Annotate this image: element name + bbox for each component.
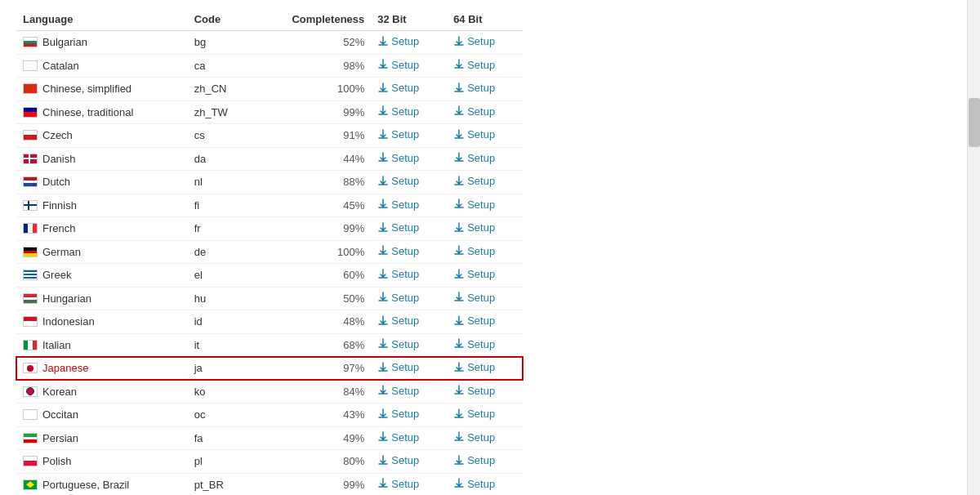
table-row: Danishda44% Setup Setup bbox=[16, 147, 523, 171]
download-icon bbox=[377, 152, 389, 163]
setup-link-32bit[interactable]: Setup bbox=[377, 292, 419, 304]
download-icon bbox=[453, 362, 465, 373]
setup-64bit: Setup bbox=[447, 264, 523, 288]
language-name: Danish bbox=[42, 153, 75, 165]
setup-link-32bit[interactable]: Setup bbox=[377, 245, 419, 257]
download-icon bbox=[377, 408, 389, 420]
setup-link-64bit[interactable]: Setup bbox=[453, 338, 495, 350]
setup-link-32bit[interactable]: Setup bbox=[377, 268, 419, 280]
setup-link-64bit[interactable]: Setup bbox=[453, 454, 495, 466]
completeness-value: 99% bbox=[252, 217, 371, 241]
completeness-value: 48% bbox=[252, 310, 371, 334]
setup-link-64bit[interactable]: Setup bbox=[453, 361, 495, 373]
language-cell: Chinese, simplified bbox=[16, 78, 188, 101]
table-row: Japaneseja97% Setup Setup bbox=[16, 357, 523, 381]
completeness-value: 84% bbox=[252, 380, 371, 404]
setup-link-32bit[interactable]: Setup bbox=[377, 175, 419, 187]
setup-link-64bit[interactable]: Setup bbox=[453, 478, 495, 490]
setup-link-64bit[interactable]: Setup bbox=[453, 314, 495, 327]
setup-label: Setup bbox=[467, 128, 495, 140]
flag-bg bbox=[23, 37, 38, 47]
setup-link-32bit[interactable]: Setup bbox=[377, 198, 419, 211]
flag-jp bbox=[23, 363, 38, 373]
language-cell: Hungarian bbox=[16, 287, 188, 310]
setup-link-64bit[interactable]: Setup bbox=[453, 408, 495, 420]
setup-link-64bit[interactable]: Setup bbox=[453, 245, 495, 257]
flag-fi bbox=[23, 200, 38, 211]
setup-link-32bit[interactable]: Setup bbox=[377, 128, 419, 140]
completeness-value: 91% bbox=[252, 124, 371, 148]
language-name: Catalan bbox=[42, 60, 79, 72]
flag-gr bbox=[23, 270, 38, 280]
table-row: Dutchnl88% Setup Setup bbox=[16, 171, 523, 194]
setup-label: Setup bbox=[391, 245, 419, 257]
setup-64bit: Setup bbox=[447, 380, 523, 404]
setup-link-64bit[interactable]: Setup bbox=[453, 385, 495, 397]
setup-link-32bit[interactable]: Setup bbox=[377, 35, 419, 47]
setup-link-32bit[interactable]: Setup bbox=[377, 221, 419, 234]
setup-32bit: Setup bbox=[371, 217, 447, 241]
language-name: Korean bbox=[42, 386, 77, 398]
setup-label: Setup bbox=[391, 478, 419, 490]
setup-link-64bit[interactable]: Setup bbox=[453, 128, 495, 140]
setup-label: Setup bbox=[391, 221, 419, 234]
setup-link-64bit[interactable]: Setup bbox=[453, 198, 495, 211]
col-completeness: Completeness bbox=[252, 8, 371, 31]
setup-link-32bit[interactable]: Setup bbox=[377, 314, 419, 327]
language-cell: French bbox=[16, 217, 188, 241]
setup-link-32bit[interactable]: Setup bbox=[377, 431, 419, 444]
table-row: Greekel60% Setup Setup bbox=[16, 264, 523, 288]
language-code: id bbox=[188, 310, 252, 334]
language-name: Polish bbox=[42, 455, 71, 467]
language-name: Italian bbox=[42, 339, 71, 351]
setup-link-64bit[interactable]: Setup bbox=[453, 221, 495, 234]
setup-link-64bit[interactable]: Setup bbox=[453, 152, 495, 164]
table-row: Polishpl80% Setup Setup bbox=[16, 450, 523, 474]
table-row: Bulgarianbg52% Setup Setup bbox=[16, 31, 523, 55]
setup-link-32bit[interactable]: Setup bbox=[377, 454, 419, 466]
scrollbar-thumb[interactable] bbox=[969, 98, 980, 147]
setup-link-32bit[interactable]: Setup bbox=[377, 478, 419, 490]
setup-32bit: Setup bbox=[371, 450, 447, 474]
setup-link-32bit[interactable]: Setup bbox=[377, 385, 419, 397]
scrollbar[interactable] bbox=[967, 0, 980, 495]
setup-64bit: Setup bbox=[447, 450, 523, 474]
setup-link-64bit[interactable]: Setup bbox=[453, 35, 495, 47]
setup-label: Setup bbox=[467, 175, 495, 187]
language-cell: Polish bbox=[16, 450, 188, 474]
setup-32bit: Setup bbox=[371, 287, 447, 310]
setup-64bit: Setup bbox=[447, 217, 523, 241]
setup-link-64bit[interactable]: Setup bbox=[453, 175, 495, 187]
setup-label: Setup bbox=[467, 35, 495, 47]
download-icon bbox=[377, 59, 389, 70]
setup-link-32bit[interactable]: Setup bbox=[377, 152, 419, 164]
setup-32bit: Setup bbox=[371, 240, 447, 264]
setup-link-64bit[interactable]: Setup bbox=[453, 268, 495, 280]
language-cell: Portuguese, Brazil bbox=[16, 473, 188, 495]
setup-link-32bit[interactable]: Setup bbox=[377, 408, 419, 420]
setup-64bit: Setup bbox=[447, 473, 523, 495]
col-language: Language bbox=[16, 8, 188, 31]
table-row: Chinese, traditionalzh_TW99% Setup Setup bbox=[16, 100, 523, 124]
setup-link-32bit[interactable]: Setup bbox=[377, 59, 419, 71]
setup-label: Setup bbox=[391, 292, 419, 304]
setup-link-64bit[interactable]: Setup bbox=[453, 292, 495, 304]
setup-label: Setup bbox=[467, 431, 495, 444]
setup-label: Setup bbox=[467, 478, 495, 490]
flag-it bbox=[23, 340, 38, 350]
download-icon bbox=[377, 36, 389, 47]
setup-link-32bit[interactable]: Setup bbox=[377, 361, 419, 373]
setup-link-32bit[interactable]: Setup bbox=[377, 338, 419, 350]
language-cell: Catalan bbox=[16, 54, 188, 78]
download-icon bbox=[453, 152, 465, 163]
setup-link-32bit[interactable]: Setup bbox=[377, 82, 419, 94]
language-cell: Danish bbox=[16, 147, 188, 171]
setup-link-64bit[interactable]: Setup bbox=[453, 105, 495, 118]
setup-link-64bit[interactable]: Setup bbox=[453, 431, 495, 444]
language-code: ko bbox=[188, 380, 252, 404]
setup-link-32bit[interactable]: Setup bbox=[377, 105, 419, 118]
table-row: Persianfa49% Setup Setup bbox=[16, 426, 523, 450]
setup-link-64bit[interactable]: Setup bbox=[453, 59, 495, 71]
setup-link-64bit[interactable]: Setup bbox=[453, 82, 495, 94]
completeness-value: 52% bbox=[252, 31, 371, 55]
